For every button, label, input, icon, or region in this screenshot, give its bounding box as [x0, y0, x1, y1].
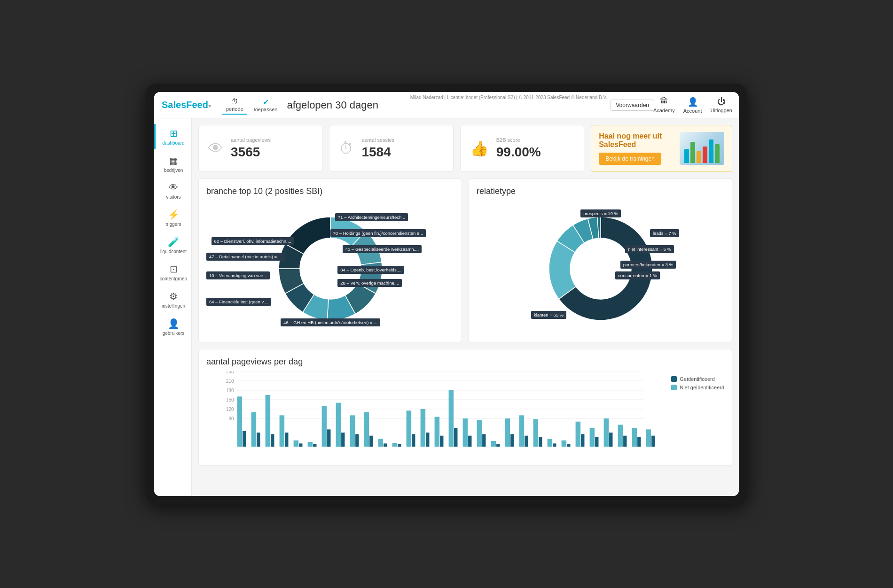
account-icon: 👤: [688, 97, 698, 107]
top-bar: SalesFeed▾ ⏱ periode ✔ toepassen afgelop…: [154, 92, 739, 118]
b2b-label: B2B score: [496, 137, 541, 143]
promo-bar: [690, 142, 695, 163]
svg-rect-45: [468, 436, 471, 447]
sidebar-label-gebruikers: gebruikers: [163, 331, 185, 336]
svg-rect-36: [407, 410, 412, 447]
svg-text:240: 240: [226, 371, 234, 374]
promo-bar: [715, 144, 720, 163]
svg-rect-33: [384, 443, 387, 447]
sidebar-item-gebruikers[interactable]: 👤 gebruikers: [154, 314, 191, 340]
promo-bar: [703, 147, 707, 163]
svg-rect-58: [562, 441, 567, 447]
triggers-icon: ⚡: [168, 209, 180, 220]
bar-chart-card: aantal pageviews per dag 240210180150120…: [198, 349, 732, 466]
dashboard-icon: ⊞: [170, 128, 178, 139]
stats-row: 👁 aantal pageviews 3565 ⏱ aantal sessies…: [198, 125, 732, 172]
logo-text: Sales: [162, 100, 186, 110]
b2b-card: 👍 B2B score 99.00%: [460, 125, 584, 172]
pageviews-label: aantal pageviews: [231, 137, 271, 143]
branche-donut-label: 10 – Vervaardiging van voe...: [206, 271, 270, 279]
main-layout: ⊞ dashboard ▦ bedrijven 👁 visitors ⚡ tri…: [154, 118, 739, 496]
b2b-value: 99.00%: [496, 145, 541, 160]
account-nav-item[interactable]: 👤 Account: [683, 97, 702, 114]
svg-rect-35: [398, 444, 401, 447]
legend-item-identified: Geïdentificeerd: [671, 376, 724, 382]
sidebar-label-triggers: triggers: [165, 222, 181, 227]
svg-rect-29: [355, 434, 359, 447]
svg-rect-50: [505, 418, 510, 447]
apply-label: toepassen: [254, 107, 278, 112]
bar-legend: Geïdentificeerd Niet geïdentificeerd: [662, 371, 724, 458]
svg-rect-62: [590, 428, 595, 447]
svg-rect-60: [576, 422, 581, 447]
sidebar-label-liquidcontent: liquidcontent: [160, 249, 187, 254]
bar-chart-svg-container: 24021018015012090: [206, 371, 658, 458]
svg-rect-23: [313, 444, 316, 447]
page-title: afgelopen 30 dagen: [287, 99, 378, 111]
sidebar-item-visitors[interactable]: 👁 visitors: [154, 178, 191, 203]
svg-rect-18: [280, 415, 285, 447]
sidebar-item-triggers[interactable]: ⚡ triggers: [154, 205, 191, 231]
svg-rect-32: [378, 439, 384, 447]
svg-rect-16: [266, 395, 271, 447]
logout-icon: ⏻: [717, 97, 726, 107]
sidebar-item-bedrijven[interactable]: ▦ bedrijven: [154, 151, 191, 177]
svg-rect-41: [440, 436, 443, 447]
sessies-info: aantal sessies 1584: [361, 137, 394, 160]
relatie-donut-svg: [540, 208, 662, 330]
svg-rect-21: [299, 443, 302, 447]
svg-rect-51: [510, 434, 514, 447]
promo-text: Haal nog meer uit SalesFeed Bekijk de tr…: [599, 132, 680, 165]
sidebar: ⊞ dashboard ▦ bedrijven 👁 visitors ⚡ tri…: [154, 118, 192, 496]
svg-rect-43: [454, 428, 457, 447]
promo-button[interactable]: Bekijk de trainingen: [599, 153, 661, 165]
logo-accent: Feed: [186, 100, 208, 110]
svg-rect-65: [609, 433, 612, 447]
svg-rect-14: [251, 412, 257, 447]
liquidcontent-icon: 🧪: [168, 236, 180, 248]
pageviews-value: 3565: [231, 145, 271, 160]
logout-label: Uitloggen: [711, 108, 732, 113]
academy-nav-item[interactable]: 🏛 Academy: [653, 97, 675, 113]
svg-rect-68: [632, 428, 637, 447]
svg-rect-63: [595, 437, 598, 447]
svg-rect-42: [449, 390, 454, 447]
sidebar-item-contentgroep[interactable]: ⊡ contentgroep: [154, 260, 191, 285]
sidebar-label-contentgroep: contentgroep: [160, 276, 187, 281]
academy-label: Academy: [653, 108, 675, 113]
sidebar-label-instellingen: instellingen: [162, 303, 185, 309]
svg-rect-27: [341, 433, 345, 447]
legend-label-not-identified: Niet geïdentificeerd: [680, 385, 724, 390]
period-button[interactable]: ⏱ periode: [222, 96, 247, 115]
svg-rect-28: [350, 415, 355, 447]
clock-icon: ⏱: [231, 98, 238, 106]
bedrijven-icon: ▦: [169, 155, 178, 166]
bar-chart-svg: 24021018015012090: [206, 371, 658, 456]
svg-rect-67: [623, 436, 627, 447]
pageviews-icon: 👁: [208, 140, 223, 157]
svg-rect-49: [496, 444, 500, 447]
svg-rect-39: [426, 433, 429, 447]
sidebar-item-dashboard[interactable]: ⊞ dashboard: [154, 124, 191, 149]
svg-rect-30: [364, 412, 369, 447]
sidebar-item-instellingen[interactable]: ⚙ instellingen: [154, 287, 191, 312]
charts-row: branche top 10 (2 posities SBI) 71 – Arc…: [198, 178, 732, 342]
academy-icon: 🏛: [660, 97, 668, 107]
svg-rect-40: [435, 417, 440, 447]
legend-item-not-identified: Niet geïdentificeerd: [671, 385, 724, 390]
svg-rect-59: [567, 444, 570, 447]
svg-rect-46: [477, 420, 482, 447]
svg-rect-17: [271, 434, 274, 447]
logout-nav-item[interactable]: ⏻ Uitloggen: [711, 97, 732, 113]
voorwaarden-button[interactable]: Voorwaarden: [611, 100, 654, 111]
svg-text:180: 180: [226, 388, 234, 393]
logo-dropdown-icon[interactable]: ▾: [208, 103, 211, 109]
contentgroep-icon: ⊡: [170, 263, 178, 275]
logo[interactable]: SalesFeed▾: [162, 100, 211, 110]
svg-text:120: 120: [226, 407, 234, 412]
svg-rect-20: [294, 441, 299, 447]
svg-rect-26: [336, 403, 341, 447]
svg-rect-56: [548, 439, 553, 447]
apply-button[interactable]: ✔ toepassen: [250, 96, 282, 114]
sidebar-item-liquidcontent[interactable]: 🧪 liquidcontent: [154, 232, 191, 258]
